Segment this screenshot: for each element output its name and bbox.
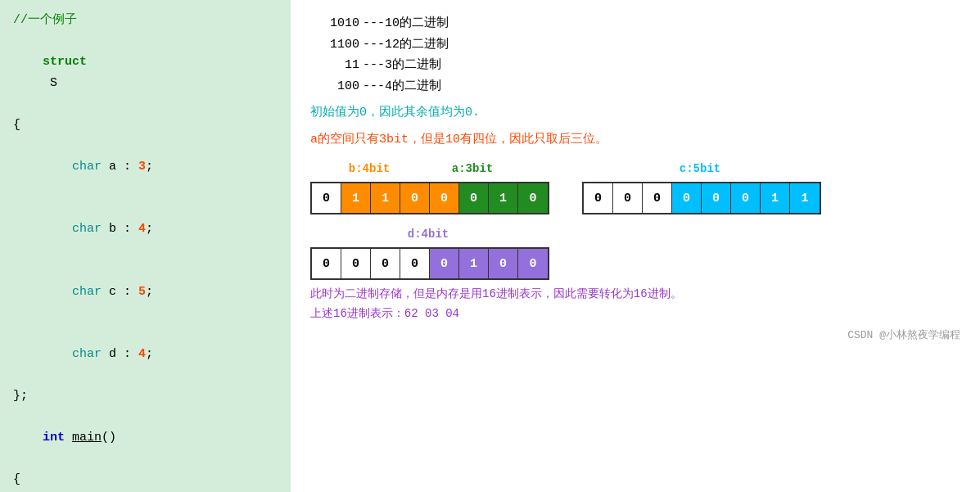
bit-c-2: 0	[731, 183, 761, 213]
bit-d-0: 0	[518, 249, 548, 278]
bin-val-1: 1100	[310, 34, 359, 56]
code-func-brace-open: {	[13, 469, 278, 490]
bit-d-5: 0	[371, 249, 400, 278]
bit-d-6: 0	[341, 249, 371, 278]
bit-ba-3: 0	[430, 183, 459, 213]
d-bit-group: d:4bit 0 0 0 0 0 1 0 0	[310, 224, 549, 280]
footer-text: 此时为二进制存储，但是内存是用16进制表示，因此需要转化为16进制。 上述16进…	[310, 285, 960, 324]
bit-ba-1: 1	[489, 183, 518, 213]
num-4d: 4	[138, 347, 146, 361]
code-member-b: char b : 4;	[13, 198, 278, 261]
bit-ba-0: 0	[518, 183, 548, 213]
bit-ba-2: 0	[459, 183, 489, 213]
bit-d-4: 0	[400, 249, 430, 278]
bin-row-2: 11 ---3的二进制	[310, 55, 960, 76]
label-d: d:4bit	[310, 224, 546, 245]
bin-desc-2: ---3的二进制	[363, 55, 441, 76]
num-5: 5	[138, 285, 146, 299]
num-4b: 4	[138, 222, 146, 236]
bit-ba-7: 0	[312, 183, 341, 213]
explanation-panel: 1010 ---10的二进制 1100 ---12的二进制 11 ---3的二进…	[291, 0, 980, 492]
code-panel: //一个例子 struct S { char a : 3; char b : 4…	[0, 0, 291, 492]
bit-ba-4: 0	[400, 183, 430, 213]
bit-c-0: 1	[790, 183, 820, 213]
var-b: b	[109, 222, 116, 236]
kw-int: int	[43, 431, 65, 445]
binary-table: 1010 ---10的二进制 1100 ---12的二进制 11 ---3的二进…	[310, 13, 960, 97]
bit-c-4: 0	[672, 183, 702, 213]
label-c: c:5bit	[582, 159, 818, 179]
bit-d-3: 0	[430, 249, 459, 278]
bin-row-0: 1010 ---10的二进制	[310, 13, 960, 34]
keyword-struct: struct	[43, 55, 87, 69]
code-member-a: char a : 3;	[13, 135, 278, 198]
var-a: a	[109, 160, 116, 174]
bit-ba-6: 1	[341, 183, 371, 213]
bit-c-5: 0	[643, 183, 672, 213]
kw-char-d: char	[72, 347, 102, 361]
bit-ba-5: 1	[371, 183, 400, 213]
c-bit-group: c:5bit 0 0 0 0 0 0 1 1	[582, 159, 821, 214]
var-c: c	[109, 285, 116, 299]
kw-char-b: char	[72, 222, 102, 236]
func-main: main	[72, 431, 102, 445]
bin-row-1: 1100 ---12的二进制	[310, 34, 960, 56]
ba-bit-group: b:4bit a:3bit 0 1 1 0 0 0 1 0	[310, 159, 549, 214]
label-a: a:3bit	[428, 159, 517, 179]
bin-val-3: 100	[310, 76, 359, 97]
code-member-d: char d : 4;	[13, 323, 278, 386]
csdn-credit: CSDN @小林熬夜学编程	[310, 326, 960, 345]
code-member-c: char c : 5;	[13, 260, 278, 323]
code-struct-decl: struct S	[13, 31, 278, 115]
bit-c-6: 0	[613, 183, 643, 213]
bin-desc-3: ---4的二进制	[363, 76, 441, 97]
bin-desc-0: ---10的二进制	[363, 13, 449, 34]
d-bit-row: 0 0 0 0 0 1 0 0	[310, 247, 549, 280]
bit-d-2: 1	[459, 249, 489, 278]
bit-d-7: 0	[312, 249, 341, 278]
bit-c-1: 1	[761, 183, 790, 213]
info-line-1: 初始值为0，因此其余值均为0.	[310, 102, 960, 124]
c-bit-row: 0 0 0 0 0 0 1 1	[582, 182, 821, 214]
kw-char-a: char	[72, 160, 102, 174]
ba-bit-row: 0 1 1 0 0 0 1 0	[310, 182, 549, 214]
var-d: d	[109, 347, 116, 361]
label-b: b:4bit	[310, 159, 428, 179]
warn-line-1: a的空间只有3bit，但是10有四位，因此只取后三位。	[310, 129, 960, 151]
bit-c-3: 0	[702, 183, 731, 213]
code-comment-1: //一个例子	[13, 10, 278, 31]
code-func-decl: int main()	[13, 407, 278, 470]
footer-line-1: 此时为二进制存储，但是内存是用16进制表示，因此需要转化为16进制。	[310, 285, 960, 305]
code-brace-end-struct: };	[13, 386, 278, 407]
footer-line-2: 上述16进制表示：62 03 04	[310, 305, 960, 324]
bin-row-3: 100 ---4的二进制	[310, 76, 960, 97]
bin-val-0: 1010	[310, 13, 359, 34]
kw-char-c: char	[72, 285, 102, 299]
bin-desc-1: ---12的二进制	[363, 34, 449, 56]
struct-name-s: S	[43, 76, 57, 90]
bit-c-7: 0	[584, 183, 613, 213]
num-3: 3	[138, 160, 146, 174]
bit-d-1: 0	[489, 249, 518, 278]
bin-val-2: 11	[310, 55, 359, 76]
code-brace-open: {	[13, 115, 278, 136]
